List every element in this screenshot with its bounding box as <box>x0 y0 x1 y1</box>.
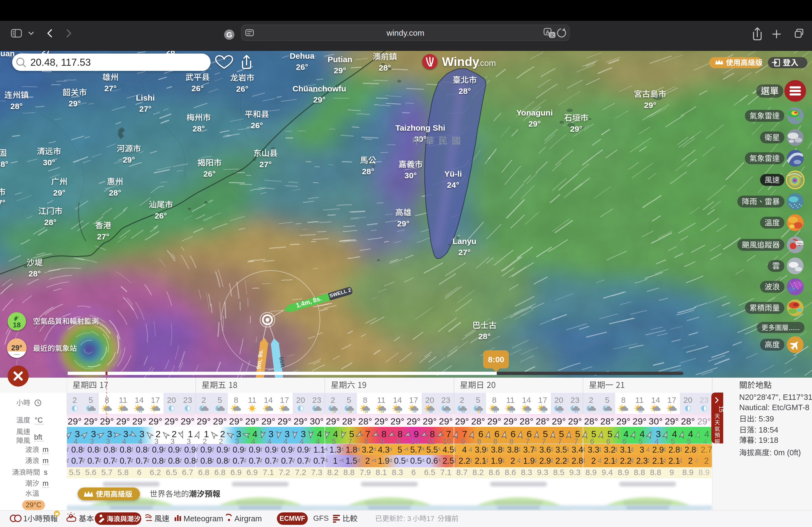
svg-text:3.9: 3.9 <box>475 445 487 454</box>
svg-text:8: 8 <box>509 437 514 445</box>
svg-text:8.5: 8.5 <box>553 468 565 477</box>
svg-text:9.3: 9.3 <box>569 468 581 477</box>
svg-text:2.1: 2.1 <box>668 456 680 466</box>
svg-text:27°: 27° <box>97 232 109 241</box>
svg-text:0.9: 0.9 <box>265 445 277 454</box>
svg-text:s: s <box>44 468 48 477</box>
svg-text:27°: 27° <box>259 160 272 169</box>
svg-text:1.9: 1.9 <box>378 456 390 466</box>
svg-text:3.3: 3.3 <box>588 445 599 454</box>
svg-text:2: 2 <box>591 456 596 466</box>
svg-text:0.9: 0.9 <box>281 445 293 454</box>
svg-text:7.1: 7.1 <box>263 468 274 477</box>
svg-text:8: 8 <box>364 437 368 445</box>
svg-text:30°: 30° <box>404 171 417 180</box>
svg-text:3.1: 3.1 <box>620 445 632 454</box>
svg-text:28°: 28° <box>459 87 471 96</box>
svg-text:0.8: 0.8 <box>71 445 83 454</box>
svg-text:2.8: 2.8 <box>572 456 583 466</box>
svg-text:14: 14 <box>651 396 660 405</box>
svg-text:0.9: 0.9 <box>217 445 228 454</box>
svg-text:2: 2 <box>219 437 223 445</box>
svg-text:28°: 28° <box>192 124 205 133</box>
svg-text:2: 2 <box>688 456 693 466</box>
svg-text:20: 20 <box>167 396 176 405</box>
svg-text:29°: 29° <box>180 416 194 426</box>
svg-text:29°: 29° <box>277 416 291 426</box>
svg-text:Windy: Windy <box>442 55 479 69</box>
svg-text:17: 17 <box>538 396 547 405</box>
svg-text:28°: 28° <box>358 416 372 426</box>
svg-text:29°: 29° <box>697 416 711 426</box>
svg-text:5: 5 <box>605 396 610 405</box>
svg-text:2: 2 <box>704 456 709 466</box>
svg-text:4: 4 <box>300 437 304 445</box>
svg-text:1.8: 1.8 <box>346 445 357 454</box>
svg-text:28°: 28° <box>536 416 549 426</box>
svg-text:: 5:39: : 5:39 <box>754 414 774 423</box>
svg-text:8: 8 <box>363 396 367 405</box>
svg-text:0.7: 0.7 <box>297 456 309 466</box>
svg-text:3.2: 3.2 <box>362 445 374 454</box>
svg-text:2.9: 2.9 <box>652 445 664 454</box>
svg-text:2.1: 2.1 <box>475 456 487 466</box>
svg-text:5.6: 5.6 <box>85 468 97 477</box>
svg-text:7°: 7° <box>0 198 5 207</box>
svg-text:26°: 26° <box>296 62 308 71</box>
svg-text:29°: 29° <box>487 416 501 426</box>
svg-text:4: 4 <box>122 437 126 445</box>
svg-text:Today: Today <box>796 242 803 245</box>
svg-text:29°: 29° <box>164 416 178 426</box>
svg-text:: 18:54: : 18:54 <box>754 426 779 434</box>
svg-text:2.8: 2.8 <box>668 445 680 454</box>
svg-text:2: 2 <box>460 396 464 405</box>
svg-text:29°: 29° <box>455 416 469 426</box>
svg-text:8:00: 8:00 <box>488 355 504 364</box>
svg-text:0.7: 0.7 <box>265 456 277 466</box>
svg-text:Chüanchowfu: Chüanchowfu <box>293 84 346 93</box>
svg-text:27°: 27° <box>104 84 116 93</box>
svg-text:5: 5 <box>332 437 336 445</box>
svg-text:4: 4 <box>316 437 320 445</box>
svg-text:8.2: 8.2 <box>473 468 484 477</box>
svg-text:: 3: : 3 <box>403 515 411 523</box>
svg-text:0.8: 0.8 <box>104 445 115 454</box>
svg-text:0.9: 0.9 <box>152 445 163 454</box>
svg-text:m: m <box>43 457 49 465</box>
svg-text:28°: 28° <box>44 218 56 227</box>
svg-text:29°: 29° <box>294 416 307 426</box>
svg-text:: 0m (0ft): : 0m (0ft) <box>769 448 801 457</box>
svg-text:5: 5 <box>638 437 643 445</box>
svg-text:9: 9 <box>396 437 401 445</box>
svg-text:3.7: 3.7 <box>523 445 535 454</box>
svg-text:8: 8 <box>492 396 497 405</box>
svg-text:1.9: 1.9 <box>523 456 535 466</box>
svg-text:6.7: 6.7 <box>182 468 193 477</box>
svg-text:6.5: 6.5 <box>166 468 177 477</box>
svg-text:23: 23 <box>183 396 192 405</box>
svg-text:0.7: 0.7 <box>281 456 293 466</box>
svg-text:6.8: 6.8 <box>214 468 226 477</box>
svg-text:3: 3 <box>90 437 94 445</box>
svg-text:11: 11 <box>119 396 127 405</box>
svg-text:24°: 24° <box>447 180 459 189</box>
svg-text:7: 7 <box>558 437 562 445</box>
svg-text:1.3: 1.3 <box>329 445 341 454</box>
svg-text:2: 2 <box>365 456 370 466</box>
svg-text:6: 6 <box>606 437 611 445</box>
svg-text:windy.com: windy.com <box>386 28 424 37</box>
svg-text:0.5: 0.5 <box>394 456 406 466</box>
svg-text:4: 4 <box>267 437 272 445</box>
svg-text:ECMWF: ECMWF <box>280 515 305 522</box>
svg-text:m: m <box>43 479 49 487</box>
svg-text:6: 6 <box>411 468 416 477</box>
svg-text:26°: 26° <box>236 84 248 93</box>
svg-text:°C: °C <box>35 416 43 424</box>
svg-text:: 19:18: : 19:18 <box>754 436 779 444</box>
svg-text:0.8: 0.8 <box>184 456 196 466</box>
svg-text:26°: 26° <box>155 211 167 220</box>
svg-text:17: 17 <box>667 396 676 405</box>
svg-text:20: 20 <box>683 396 692 405</box>
svg-text:29°: 29° <box>213 416 227 426</box>
svg-text:29°: 29° <box>68 416 82 426</box>
